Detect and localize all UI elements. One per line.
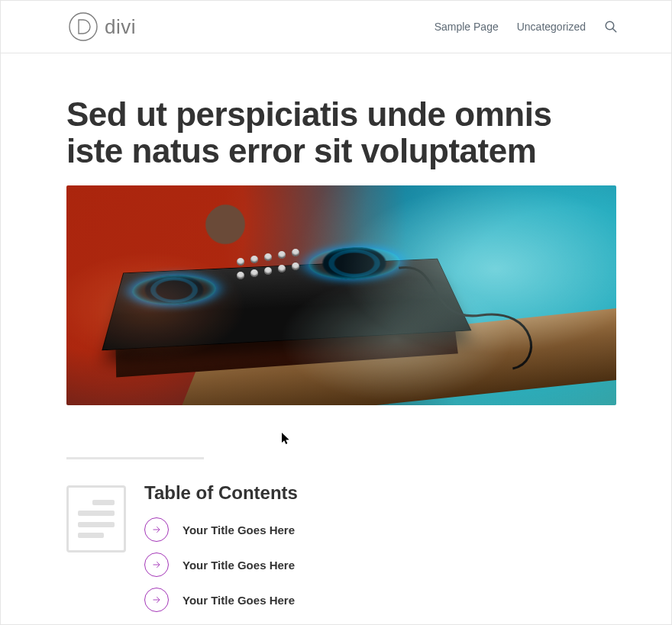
section-divider: [66, 457, 204, 459]
toc-item-label: Your Title Goes Here: [183, 524, 295, 536]
site-header: divi Sample Page Uncategorized: [1, 1, 671, 53]
toc-item-label: Your Title Goes Here: [183, 594, 295, 607]
toc-item[interactable]: Your Title Goes Here: [144, 553, 560, 577]
arrow-right-icon: [144, 588, 169, 612]
nav-link-uncategorized[interactable]: Uncategorized: [517, 21, 586, 33]
document-icon: [66, 485, 126, 553]
arrow-right-icon: [144, 517, 169, 542]
post-title: Sed ut perspiciatis unde omnis iste natu…: [66, 96, 560, 169]
toc-item[interactable]: Your Title Goes Here: [144, 588, 560, 612]
svg-point-0: [69, 13, 97, 40]
table-of-contents: Table of Contents Your Title Goes Here Y…: [66, 482, 560, 623]
toc-item[interactable]: Your Title Goes Here: [144, 517, 560, 542]
search-icon[interactable]: [604, 20, 618, 34]
svg-line-2: [612, 28, 616, 32]
nav-link-sample-page[interactable]: Sample Page: [435, 21, 499, 33]
arrow-right-icon: [144, 553, 169, 577]
primary-nav: Sample Page Uncategorized: [435, 20, 618, 34]
logo-mark-icon: [68, 11, 99, 42]
featured-image: [66, 185, 616, 405]
toc-item-label: Your Title Goes Here: [183, 559, 295, 572]
toc-heading: Table of Contents: [144, 482, 560, 504]
main-content: Sed ut perspiciatis unde omnis iste natu…: [1, 53, 616, 623]
site-logo[interactable]: divi: [68, 11, 136, 42]
logo-word: divi: [105, 15, 136, 39]
